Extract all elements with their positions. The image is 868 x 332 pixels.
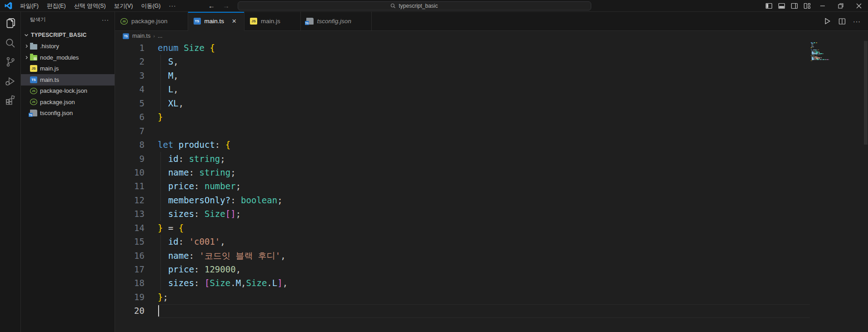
tsconfig-file-icon: TS [306, 18, 314, 25]
minimap-token [813, 46, 814, 47]
line-number: 16 [115, 249, 158, 262]
ts-badge-icon: TS [305, 21, 309, 25]
line-number: 20 [115, 304, 158, 317]
code-token [179, 43, 184, 53]
tab-main.js[interactable]: JSmain.js✕ [244, 12, 301, 30]
customize-layout-icon[interactable] [801, 0, 813, 11]
code-editor[interactable]: 1234567891011121314151617181920 enum Siz… [115, 41, 868, 332]
breadcrumb-symbol[interactable]: ... [158, 33, 162, 39]
activity-search[interactable] [0, 33, 21, 52]
activity-source-control[interactable] [0, 52, 21, 71]
code-token [158, 236, 168, 246]
line-number: 2 [115, 55, 158, 68]
code-token: membersOnly? [168, 195, 230, 205]
vscode-window: 파일(F)편집(E)선택 영역(S)보기(V)이동(G) ··· ← → typ… [0, 0, 868, 332]
code-line: } = { [158, 221, 868, 235]
ts-file-icon: TS [194, 18, 201, 25]
code-token: number [205, 181, 236, 191]
menu-bar-container: 파일(F)편집(E)선택 영역(S)보기(V)이동(G) ··· [0, 1, 180, 10]
menu-overflow-button[interactable]: ··· [165, 1, 180, 10]
code-token: name [168, 167, 189, 177]
scrollbar-slider[interactable] [864, 41, 868, 145]
tab-label: tsconfig.json [317, 18, 351, 25]
sidebar-more-actions[interactable]: ··· [102, 16, 109, 23]
menu-item[interactable]: 이동(G) [137, 1, 165, 11]
minimap-token [818, 55, 819, 55]
line-number: 15 [115, 235, 158, 248]
nav-back-icon[interactable]: ← [207, 2, 217, 10]
toggle-panel-icon[interactable] [775, 0, 788, 11]
command-center-search[interactable]: typescript_basic [238, 1, 591, 10]
line-number: 5 [115, 96, 158, 110]
minimap-token [812, 53, 818, 54]
node-json-icon: JS [30, 88, 37, 94]
line-number: 4 [115, 82, 158, 96]
restore-button[interactable] [832, 0, 850, 11]
minimap-token [823, 53, 824, 54]
toggle-primary-sidebar-icon[interactable] [763, 0, 775, 11]
code-token: : [189, 251, 200, 261]
minimize-button[interactable] [813, 0, 832, 11]
minimap[interactable] [811, 42, 832, 62]
tab-main.ts[interactable]: TSmain.ts✕ [188, 12, 245, 31]
tree-item-node_modules[interactable]: node_modules [21, 52, 115, 63]
minimap-token [816, 42, 817, 43]
minimap-token [819, 59, 820, 60]
tree-item-package.json[interactable]: JSpackage.json [21, 96, 115, 108]
line-number: 8 [115, 138, 158, 151]
code-token: ; [220, 154, 225, 164]
tab-package.json[interactable]: JSpackage.json✕ [115, 12, 188, 30]
activity-extensions[interactable] [0, 91, 21, 110]
breadcrumb-file[interactable]: main.ts [132, 33, 150, 39]
editor-scrollbar[interactable] [863, 41, 868, 332]
tree-item-tsconfig.json[interactable]: TStsconfig.json [21, 108, 115, 119]
code-token: 129000 [205, 264, 236, 274]
code-line: XL, [158, 96, 868, 110]
code-token: string [200, 167, 231, 177]
run-button-icon[interactable] [823, 17, 831, 25]
line-number: 12 [115, 193, 158, 207]
activity-explorer[interactable] [0, 14, 21, 33]
tree-item-main.ts[interactable]: TSmain.ts [21, 74, 115, 86]
menu-item[interactable]: 편집(E) [43, 1, 70, 11]
code-token: ; [163, 292, 168, 302]
line-number: 19 [115, 290, 158, 304]
code-token: , [179, 98, 184, 108]
code-token: product [179, 140, 215, 150]
nav-forward-icon[interactable]: → [221, 2, 231, 10]
vscode-logo-icon [5, 2, 12, 10]
tab-close-icon[interactable]: ✕ [229, 17, 239, 26]
menu-item[interactable]: 파일(F) [16, 1, 43, 11]
split-editor-icon[interactable] [838, 18, 846, 25]
extensions-icon [5, 95, 16, 106]
code-token: , [220, 236, 225, 246]
tree-item-package-lock.json[interactable]: JSpackage-lock.json [21, 86, 115, 97]
tab-tsconfig.json[interactable]: TStsconfig.json✕ [301, 12, 372, 30]
toggle-secondary-sidebar-icon[interactable] [788, 0, 801, 11]
code-line: sizes: [Size.M,Size.L], [158, 276, 868, 290]
tree-item-main.js[interactable]: JSmain.js [21, 63, 115, 75]
breadcrumb[interactable]: TS main.ts › ... [115, 31, 868, 41]
code-line: name: '코드잇 블랙 후디', [158, 249, 868, 262]
code-line: name: string; [158, 166, 868, 179]
code-token: , [173, 56, 178, 66]
editor-actions: ··· [823, 12, 868, 30]
tree-root-typescript-basic[interactable]: TYPESCRIPT_BASIC [21, 30, 115, 41]
code-token: string [189, 154, 220, 164]
code-token: M [236, 278, 241, 288]
code-line: price: number; [158, 179, 868, 193]
tree-item-.history[interactable]: .history [21, 41, 115, 52]
menu-item[interactable]: 선택 영역(S) [70, 1, 110, 11]
menu-item[interactable]: 보기(V) [110, 1, 137, 11]
more-actions-button[interactable]: ··· [853, 18, 861, 25]
code-content[interactable]: enum Size { S, M, L, XL,}let product: { … [158, 41, 868, 318]
menu-bar: 파일(F)편집(E)선택 영역(S)보기(V)이동(G) [16, 1, 165, 10]
minimap-token [813, 43, 814, 44]
close-window-button[interactable] [850, 0, 868, 11]
minimap-token [825, 59, 826, 60]
activity-run-debug[interactable] [0, 71, 21, 91]
code-token: name [168, 251, 189, 261]
code-token: sizes [168, 209, 194, 219]
tab-bar: JSpackage.json✕TSmain.ts✕JSmain.js✕TStsc… [115, 12, 868, 31]
code-token: . [267, 278, 272, 288]
